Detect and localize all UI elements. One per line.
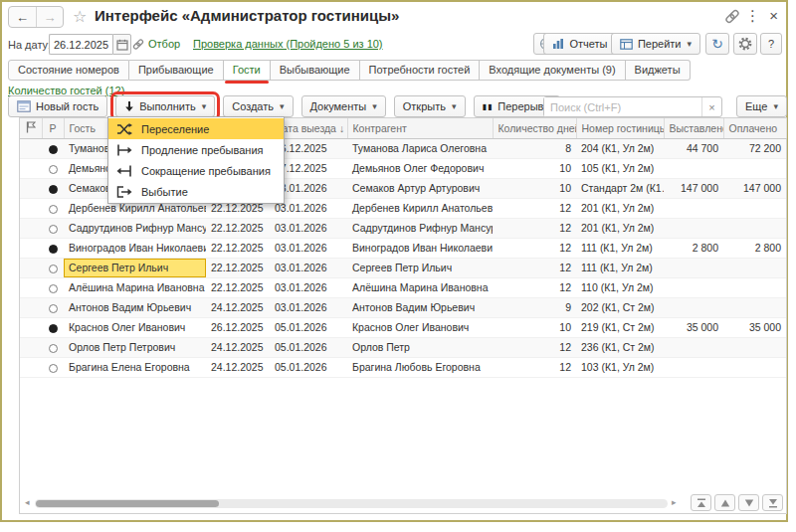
scroll-left-icon[interactable]: ◂ <box>25 497 30 507</box>
page-up-button[interactable] <box>714 494 735 511</box>
tab-bar: Состояние номеров Прибывающие Гости Выбы… <box>8 60 691 81</box>
more-menu-icon[interactable]: ⋮ <box>745 7 760 25</box>
documents-button[interactable]: Документы ▾ <box>301 95 386 117</box>
tab-guest-needs[interactable]: Потребности гостей <box>360 60 481 81</box>
new-guest-button[interactable]: Новый гость <box>8 95 107 117</box>
open-label: Открыть <box>403 100 446 112</box>
refresh-button[interactable]: ↻ <box>705 33 729 55</box>
status-dot <box>49 344 58 353</box>
goto-button[interactable]: Перейти ▾ <box>611 33 700 55</box>
page-title: Интерфейс «Администратор гостиницы» <box>95 7 399 24</box>
new-guest-icon <box>17 100 31 112</box>
status-dot <box>49 304 58 313</box>
cell-departure: 03.01.2026 <box>270 238 347 258</box>
close-icon[interactable]: × <box>769 7 778 24</box>
menu-item-label: Сокращение пребывания <box>141 165 271 177</box>
chain-icon <box>132 39 144 50</box>
settings-button[interactable] <box>733 33 757 55</box>
cell-status <box>42 158 64 178</box>
calendar-button[interactable] <box>112 34 131 55</box>
cell-flag <box>20 178 42 198</box>
table-row[interactable]: Алёшина Марина Ивановна 22.12.2025 03.01… <box>20 277 786 297</box>
extend-stay-icon <box>116 144 132 156</box>
table-row[interactable]: Брагина Елена Егоровна 24.12.2025 05.01.… <box>20 357 786 377</box>
menu-item-shorten-stay[interactable]: Сокращение пребывания <box>108 160 284 181</box>
caret-down-icon: ▾ <box>452 101 457 111</box>
search-input[interactable] <box>544 97 701 116</box>
create-button[interactable]: Создать ▾ <box>223 95 293 117</box>
data-check-link[interactable]: Проверка данных (Пройдено 5 из 10) <box>193 38 383 50</box>
cell-billed <box>664 277 723 297</box>
column-header-status[interactable]: Р <box>42 118 64 138</box>
cell-contractor: Семаков Артур Артурович <box>347 178 493 198</box>
menu-item-checkout[interactable]: Выбытие <box>108 181 284 202</box>
cell-departure: 05.01.2026 <box>270 337 347 357</box>
cell-billed: 147 000 <box>664 178 723 198</box>
table-row[interactable]: Орлов Петр Петрович 24.12.2025 05.01.202… <box>20 337 786 357</box>
cell-contractor: Туманова Лариса Олеговна <box>347 138 493 158</box>
table-row[interactable]: Сергеев Петр Ильич 22.12.2025 03.01.2026… <box>20 258 786 277</box>
table-row[interactable]: Виноградов Иван Николаевич 22.12.2025 03… <box>20 238 786 258</box>
cell-paid: 72 200 <box>723 138 786 158</box>
column-header-contractor[interactable]: Контрагент <box>347 118 493 138</box>
help-button[interactable]: ? <box>760 33 782 55</box>
date-label: На дату: <box>8 39 51 51</box>
go-to-last-button[interactable] <box>762 494 783 511</box>
scrollbar-thumb[interactable] <box>36 500 219 507</box>
back-button[interactable]: ← <box>9 7 36 27</box>
tab-widgets[interactable]: Виджеты <box>626 60 691 81</box>
page-down-button[interactable] <box>738 494 759 511</box>
cell-flag <box>20 297 42 317</box>
get-link-icon[interactable] <box>724 9 740 26</box>
execute-button[interactable]: Выполнить ▾ <box>115 95 215 117</box>
cell-days: 12 <box>493 277 576 297</box>
tab-departing[interactable]: Выбывающие <box>271 60 360 81</box>
execute-button-wrap: Выполнить ▾ <box>115 95 215 117</box>
open-button[interactable]: Открыть ▾ <box>394 95 466 117</box>
cell-room: 105 (К1, Ул 2м) <box>576 158 664 178</box>
more-button[interactable]: Еще ▾ <box>736 95 787 117</box>
scroll-right-icon[interactable]: ▸ <box>672 497 677 507</box>
cell-flag <box>20 258 42 277</box>
forward-button[interactable]: → <box>36 7 63 27</box>
search-clear-icon[interactable]: × <box>701 97 721 116</box>
status-dot <box>49 265 58 273</box>
menu-item-relocation[interactable]: Переселение <box>108 118 284 139</box>
reports-label: Отчеты <box>569 38 607 50</box>
status-dot <box>49 185 58 194</box>
cell-billed: 35 000 <box>664 317 723 337</box>
cell-status <box>42 337 64 357</box>
table-row[interactable]: Антонов Вадим Юрьевич 24.12.2025 03.01.2… <box>20 297 786 317</box>
tab-guests[interactable]: Гости <box>224 60 271 81</box>
cell-days: 8 <box>493 138 576 158</box>
table-row[interactable]: Краснов Олег Иванович 26.12.2025 05.01.2… <box>20 317 786 337</box>
cell-guest: Краснов Олег Иванович <box>64 317 206 337</box>
favorite-star-icon[interactable]: ☆ <box>73 7 87 26</box>
menu-item-label: Выбытие <box>141 186 188 198</box>
cell-flag <box>20 317 42 337</box>
menu-item-extend-stay[interactable]: Продление пребывания <box>108 139 284 160</box>
cell-days: 10 <box>493 178 576 198</box>
go-to-first-button[interactable] <box>691 494 711 511</box>
tab-room-status[interactable]: Состояние номеров <box>8 60 129 81</box>
more-label: Еще <box>745 100 767 112</box>
cell-arrival: 22.12.2025 <box>206 258 270 277</box>
table-row[interactable]: Садрутдинов Рифнур Мансурович 22.12.2025… <box>20 218 786 238</box>
column-header-billed[interactable]: Выставлено <box>664 118 723 138</box>
goto-label: Перейти <box>638 38 682 50</box>
cell-departure: 03.01.2026 <box>270 258 347 277</box>
status-dot <box>49 364 58 373</box>
cell-departure: 05.01.2026 <box>270 317 347 337</box>
tab-arriving[interactable]: Прибывающие <box>129 60 224 81</box>
column-header-paid[interactable]: Оплачено <box>723 118 786 138</box>
column-header-flag[interactable] <box>20 118 42 138</box>
cell-flag <box>20 158 42 178</box>
filter-link[interactable]: Отбор <box>132 38 180 50</box>
history-nav-group: ← → <box>8 6 64 28</box>
horizontal-scrollbar[interactable] <box>35 499 668 508</box>
column-header-room[interactable]: Номер гостиницы <box>576 118 664 138</box>
date-input[interactable] <box>49 34 112 55</box>
column-header-days[interactable]: Количество дней <box>493 118 576 138</box>
cell-guest: Орлов Петр Петрович <box>64 337 206 357</box>
tab-incoming-documents[interactable]: Входящие документы (9) <box>480 60 625 81</box>
